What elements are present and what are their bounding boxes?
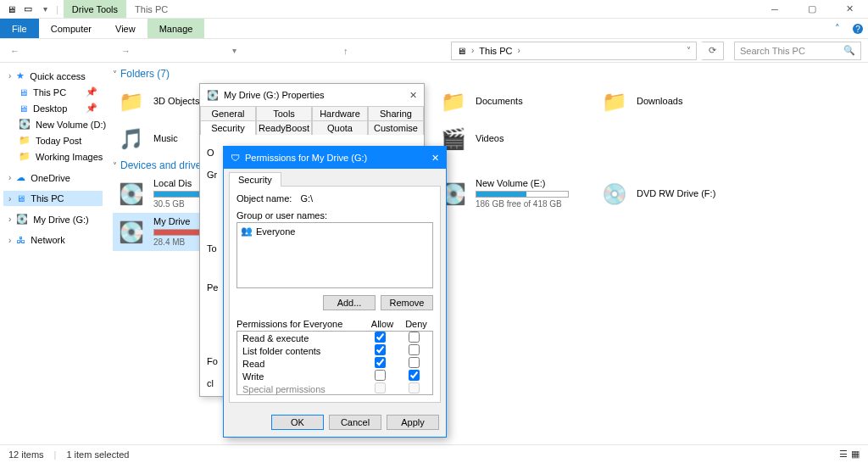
pc-icon: 🖥	[457, 46, 466, 56]
permissions-tab-security[interactable]: Security	[229, 172, 281, 187]
maximize-button[interactable]: ▢	[793, 0, 831, 18]
nav-history-icon[interactable]: ▾	[229, 46, 335, 55]
tab-customise[interactable]: Customise	[368, 120, 424, 135]
deny-header: Deny	[399, 319, 433, 329]
nav-onedrive[interactable]: ›☁OneDrive	[3, 170, 103, 186]
object-name-value: G:\	[300, 193, 313, 204]
perm-read-execute: Read & execute	[239, 332, 363, 344]
close-button[interactable]: ✕	[831, 0, 868, 18]
allow-write[interactable]	[375, 370, 386, 381]
status-selected: 1 item selected	[66, 449, 129, 460]
nav-network[interactable]: ›🖧Network	[3, 232, 103, 248]
ribbon-collapse-icon[interactable]: ˄	[827, 19, 848, 38]
search-placeholder: Search This PC	[740, 46, 805, 56]
tab-tools[interactable]: Tools	[256, 106, 312, 120]
nav-quick-access[interactable]: ›★Quick access	[3, 68, 103, 84]
properties-title: My Drive (G:) Properties	[224, 90, 325, 100]
tab-security[interactable]: Security	[200, 120, 256, 135]
view-details-icon[interactable]: ☰	[839, 449, 848, 460]
perm-write: Write	[239, 371, 363, 382]
nav-today-post[interactable]: 📁Today Post	[3, 132, 103, 148]
object-name-label: Object name:	[236, 193, 292, 204]
nav-desktop[interactable]: 🖥Desktop📌	[3, 100, 103, 116]
permissions-dialog: 🛡 Permissions for My Drive (G:) ✕ Securi…	[223, 146, 447, 438]
deny-list-folder[interactable]	[409, 344, 420, 355]
perm-list-folder: List folder contents	[239, 345, 363, 357]
app-icon: 🖥	[5, 3, 17, 15]
permissions-list[interactable]: Read & execute List folder contents Read…	[236, 331, 433, 395]
cancel-button[interactable]: Cancel	[329, 415, 381, 430]
tab-quota[interactable]: Quota	[312, 120, 368, 135]
deny-read[interactable]	[409, 357, 420, 368]
permissions-close-icon[interactable]: ✕	[431, 153, 439, 164]
users-icon: 👥	[241, 226, 253, 237]
nav-working-images[interactable]: 📁Working Images	[3, 148, 103, 165]
search-icon: 🔍	[843, 45, 855, 56]
properties-tabs: General Tools Hardware Sharing Security …	[200, 106, 424, 135]
window-title: This PC	[126, 0, 176, 18]
perm-special: Special permissions	[239, 383, 363, 395]
perm-read: Read	[239, 358, 363, 370]
group-everyone[interactable]: 👥Everyone	[239, 225, 431, 237]
nav-my-drive[interactable]: ›💽My Drive (G:)	[3, 211, 103, 227]
nav-this-pc-pin[interactable]: 🖥This PC📌	[3, 84, 103, 100]
groups-label: Group or user names:	[236, 210, 433, 220]
ribbon-view[interactable]: View	[103, 19, 147, 38]
deny-special	[409, 382, 420, 393]
ok-button[interactable]: OK	[271, 415, 324, 430]
breadcrumb[interactable]: 🖥 › This PC › ˅	[451, 42, 697, 60]
nav-newvol-d[interactable]: 💽New Volume (D:)	[3, 116, 103, 132]
drive-icon: 💽	[207, 90, 219, 101]
tab-readyboost[interactable]: ReadyBoost	[256, 120, 312, 135]
tab-sharing[interactable]: Sharing	[368, 106, 424, 120]
contextual-tab-drive-tools: Drive Tools	[64, 0, 126, 18]
ribbon-file[interactable]: File	[0, 19, 39, 38]
address-bar: ← → ▾ ↑ 🖥 › This PC › ˅ ⟳ Search This PC…	[0, 39, 868, 63]
groups-listbox[interactable]: 👥Everyone	[236, 222, 433, 288]
search-input[interactable]: Search This PC 🔍	[734, 42, 861, 60]
folder-videos[interactable]: 🎬Videos	[435, 120, 596, 158]
tab-general[interactable]: General	[200, 106, 256, 120]
drive-newvol-e[interactable]: 💽New Volume (E:)186 GB free of 418 GB	[435, 175, 596, 213]
allow-special	[375, 382, 386, 393]
status-bar: 12 items | 1 item selected ☰ ▦	[0, 444, 868, 463]
drive-dvd-f[interactable]: 💿DVD RW Drive (F:)	[596, 175, 757, 213]
nav-this-pc[interactable]: ›🖥This PC	[3, 191, 103, 206]
tab-hardware[interactable]: Hardware	[312, 106, 368, 120]
permissions-title: Permissions for My Drive (G:)	[245, 153, 367, 163]
status-item-count: 12 items	[8, 449, 44, 460]
nav-back-icon[interactable]: ←	[7, 46, 113, 56]
allow-header: Allow	[365, 319, 399, 329]
svg-text:?: ?	[855, 25, 860, 34]
qat-dropdown-icon[interactable]: ▾	[39, 3, 51, 15]
deny-write[interactable]	[409, 370, 420, 381]
minimize-button[interactable]: ─	[756, 0, 793, 18]
folder-downloads[interactable]: 📁Downloads	[596, 83, 757, 120]
allow-read-execute[interactable]	[375, 332, 386, 343]
ribbon-computer[interactable]: Computer	[39, 19, 103, 38]
ribbon-tabs: File Computer View Manage ˄ ?	[0, 19, 868, 39]
deny-read-execute[interactable]	[409, 332, 420, 343]
ribbon-manage[interactable]: Manage	[147, 19, 205, 38]
properties-close-icon[interactable]: ✕	[409, 90, 417, 101]
allow-read[interactable]	[375, 357, 386, 368]
breadcrumb-location[interactable]: This PC	[479, 46, 512, 56]
breadcrumb-dropdown-icon[interactable]: ˅	[687, 46, 691, 55]
permissions-for-label: Permissions for Everyone	[236, 319, 365, 329]
qat-props-icon[interactable]: ▭	[22, 3, 34, 15]
help-icon[interactable]: ?	[848, 19, 868, 38]
folder-documents[interactable]: 📁Documents	[435, 83, 596, 120]
remove-button[interactable]: Remove	[381, 295, 433, 310]
shield-icon: 🛡	[231, 153, 240, 163]
quick-access-toolbar: 🖥 ▭ ▾ |	[0, 0, 64, 18]
allow-list-folder[interactable]	[375, 344, 386, 355]
nav-pane: ›★Quick access 🖥This PC📌 🖥Desktop📌 💽New …	[0, 63, 106, 444]
nav-forward-icon[interactable]: →	[118, 46, 224, 56]
nav-up-icon[interactable]: ↑	[340, 46, 446, 56]
apply-button[interactable]: Apply	[387, 415, 439, 430]
title-bar: 🖥 ▭ ▾ | Drive Tools This PC ─ ▢ ✕	[0, 0, 868, 19]
refresh-icon[interactable]: ⟳	[702, 42, 724, 60]
view-tiles-icon[interactable]: ▦	[851, 449, 860, 460]
section-folders[interactable]: ˅Folders (7)	[113, 68, 861, 80]
add-button[interactable]: Add...	[323, 295, 376, 310]
